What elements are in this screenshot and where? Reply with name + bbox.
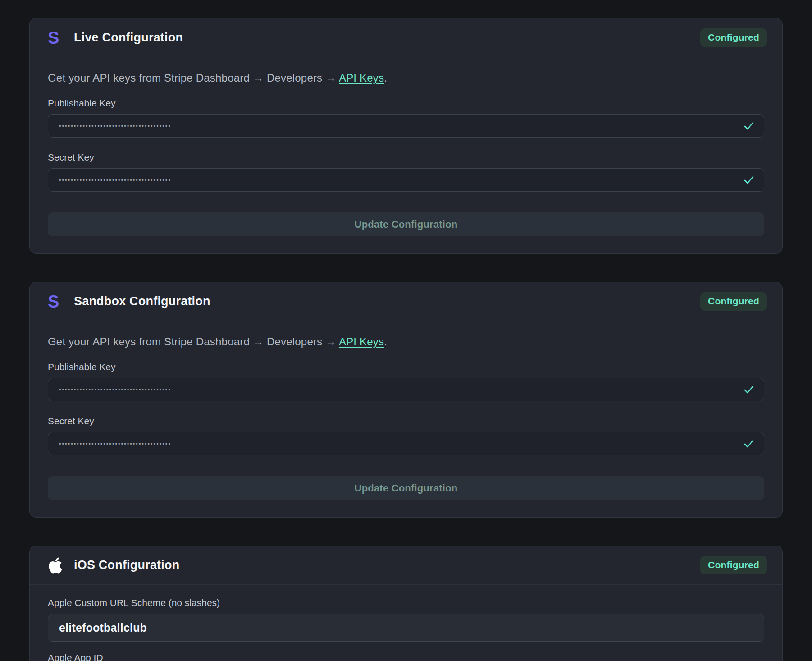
apple-app-id-label: Apple App ID [48,652,764,661]
api-keys-link[interactable]: API Keys [339,72,384,84]
masked-value: •••••••••••••••••••••••••••••••••••••• [59,441,171,447]
secret-key-field: Secret Key •••••••••••••••••••••••••••••… [48,152,764,192]
description: Get your API keys from Stripe Dashboard … [48,335,764,348]
status-badge: Configured [700,28,767,47]
live-configuration-body: Get your API keys from Stripe Dashboard … [30,57,782,253]
masked-value: •••••••••••••••••••••••••••••••••••••• [59,386,171,393]
status-badge: Configured [700,292,767,311]
field-label: Publishable Key [48,362,764,372]
field-label: Apple Custom URL Scheme (no slashes) [48,597,764,608]
status-badge: Configured [700,556,767,574]
field-label: Secret Key [48,416,764,427]
check-icon [743,384,755,395]
check-icon [743,438,755,450]
secret-key-field: Secret Key •••••••••••••••••••••••••••••… [48,416,764,455]
ios-configuration-header: iOS Configuration Configured [30,546,782,585]
sandbox-configuration-card: S Sandbox Configuration Configured Get y… [29,282,783,518]
publishable-key-field: Publishable Key ••••••••••••••••••••••••… [48,98,764,138]
secret-key-input[interactable]: •••••••••••••••••••••••••••••••••••••• [48,168,764,192]
sandbox-configuration-body: Get your API keys from Stripe Dashboard … [30,321,782,517]
sandbox-configuration-header: S Sandbox Configuration Configured [30,282,782,321]
secret-key-input[interactable]: •••••••••••••••••••••••••••••••••••••• [48,432,764,455]
publishable-key-input[interactable]: •••••••••••••••••••••••••••••••••••••• [48,378,764,401]
card-title: iOS Configuration [74,558,179,572]
masked-value: •••••••••••••••••••••••••••••••••••••• [59,177,171,184]
masked-value: •••••••••••••••••••••••••••••••••••••• [59,123,171,129]
card-title: Live Configuration [74,31,183,45]
stripe-icon: S [48,293,67,310]
apple-url-scheme-field: Apple Custom URL Scheme (no slashes) eli… [48,597,764,642]
stripe-icon: S [48,29,67,46]
apple-url-scheme-input[interactable]: elitefootballclub [48,614,764,642]
check-icon [743,120,755,132]
ios-configuration-body: Apple Custom URL Scheme (no slashes) eli… [30,585,782,661]
live-configuration-card: S Live Configuration Configured Get your… [29,18,783,254]
ios-configuration-card: iOS Configuration Configured Apple Custo… [29,546,783,661]
live-configuration-header: S Live Configuration Configured [30,18,782,57]
apple-icon [48,556,67,574]
settings-page: S Live Configuration Configured Get your… [0,0,812,661]
publishable-key-field: Publishable Key ••••••••••••••••••••••••… [48,362,764,401]
update-configuration-button[interactable]: Update Configuration [48,212,764,236]
update-configuration-button[interactable]: Update Configuration [48,476,764,500]
card-title: Sandbox Configuration [74,294,210,308]
description: Get your API keys from Stripe Dashboard … [48,72,764,84]
api-keys-link[interactable]: API Keys [339,335,384,348]
field-label: Secret Key [48,152,764,163]
publishable-key-input[interactable]: •••••••••••••••••••••••••••••••••••••• [48,114,764,138]
input-value: elitefootballclub [59,621,147,634]
field-label: Publishable Key [48,98,764,109]
check-icon [743,174,755,186]
